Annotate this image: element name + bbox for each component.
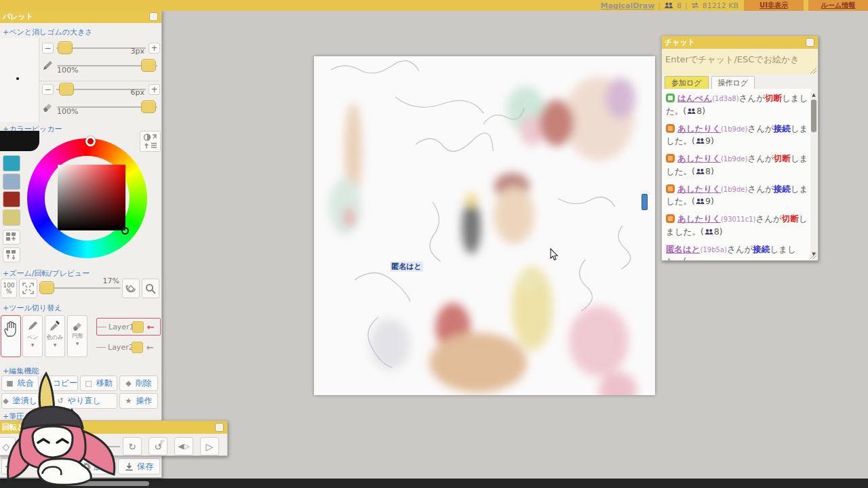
chat-username-link[interactable]: あしたりく (677, 214, 721, 224)
rotate-cw-button[interactable]: ↻ (123, 437, 142, 455)
chat-username-link[interactable]: 匿名はと (666, 244, 701, 254)
tab-operation-log[interactable]: 操作ログ (711, 76, 755, 89)
rotate-flip-collapse-checkbox[interactable] (215, 423, 224, 432)
top-bar-spacer (0, 0, 595, 11)
tab-join-log[interactable]: 参加ログ (665, 76, 709, 89)
palette-collapse-checkbox[interactable] (149, 12, 158, 21)
eraser-tool-button[interactable]: 円形 ▼ (67, 315, 87, 357)
chat-message: はんぺん(1d3a8)さんが切断しました。(8) (666, 92, 810, 119)
sv-selector[interactable] (121, 227, 129, 235)
app-name-link[interactable]: MagicalDraw (600, 1, 654, 10)
message-text: さんが (747, 184, 773, 194)
flip-triangle-icon: ▷ (206, 441, 214, 452)
pen-opacity-handle[interactable] (141, 59, 156, 72)
exit-room-button[interactable] (1, 458, 18, 474)
hide-ui-button[interactable]: UI非表示 (744, 0, 804, 11)
user-count: 8 (696, 106, 702, 116)
section-pen-eraser-size[interactable]: +ペンと消しゴムの大きさ (3, 27, 93, 37)
saturation-value-square[interactable] (58, 165, 125, 230)
pen-tool-button[interactable]: ペン ▼ (22, 315, 43, 357)
eraser-opacity-handle[interactable] (141, 100, 156, 113)
color-swatch-khaki[interactable] (3, 209, 20, 226)
rotation-reset-button[interactable] (122, 279, 140, 298)
layer1-opacity-chip[interactable] (132, 321, 144, 333)
message-text: さんが (755, 214, 781, 224)
rotate-diamond-button[interactable]: ◇ (0, 437, 16, 455)
section-zoom-rotate-preview[interactable]: +ズーム/回転/プレビュー (3, 268, 90, 279)
palette-title: パレット (3, 12, 33, 22)
section-edit-functions[interactable]: +編集機能 (3, 366, 39, 376)
operate-button[interactable]: ★操作 (119, 393, 158, 409)
rotate-flip-title-bar: 回転と反転 (0, 421, 227, 434)
magnifier-button[interactable] (142, 279, 159, 298)
eraser-tool-icon (71, 320, 83, 331)
chat-resize-handle[interactable] (810, 253, 816, 259)
users-icon (664, 2, 673, 9)
palette-swap-button[interactable] (3, 247, 20, 262)
eraser-opacity-value: 100% (57, 107, 78, 116)
section-tool-switch[interactable]: +ツール切り替え (3, 303, 62, 313)
layer-row-2[interactable]: Layer2 ← (96, 338, 161, 356)
hand-tool-button[interactable] (1, 315, 21, 357)
eraser-size-slider[interactable]: 6px (56, 83, 146, 96)
chat-username-link[interactable]: あしたりく (677, 123, 721, 134)
layer2-select-arrow[interactable]: ← (146, 342, 154, 352)
current-color-swatch[interactable] (0, 131, 39, 151)
fill-button[interactable]: ◆塗潰し (1, 393, 39, 409)
palette-add-button[interactable] (3, 230, 20, 245)
flip-horizontal-button[interactable]: ◀▷ (174, 437, 193, 455)
eraser-size-minus-button[interactable]: − (42, 84, 54, 95)
save-button[interactable]: 保存 (118, 458, 160, 474)
chat-scrollbar[interactable]: ▲ ▼ (810, 92, 817, 258)
copy-button[interactable]: ▣コピー (41, 375, 78, 391)
color-swatch-teal[interactable] (3, 155, 20, 171)
color-transfer-buttons[interactable] (140, 131, 161, 152)
flip-vertical-button[interactable]: ▷ (200, 437, 219, 455)
color-swatch-darkred[interactable] (3, 191, 20, 207)
input-resize-handle[interactable] (810, 68, 816, 74)
layer-row-1[interactable]: Layer1 ← (96, 318, 161, 336)
settings-button[interactable]: 設定 (76, 458, 117, 474)
drawing-canvas[interactable]: 匿名はと (314, 56, 655, 395)
color-swatch-bluegray[interactable] (3, 174, 20, 190)
room-info-button[interactable]: ルーム情報 (808, 0, 868, 11)
flip-horizontal-icon: ◀▷ (178, 442, 190, 451)
pen-size-minus-button[interactable]: − (42, 43, 54, 54)
move-icon: □ (85, 379, 92, 388)
scroll-up-icon[interactable]: ▲ (810, 92, 817, 98)
pen-size-plus-button[interactable]: + (149, 43, 160, 54)
delete-button[interactable]: ◆削除 (119, 375, 158, 391)
zoom-percent-button[interactable]: 100 % (1, 279, 17, 298)
move-button[interactable]: □移動 (80, 375, 117, 391)
hue-selector[interactable] (85, 136, 96, 146)
chat-input[interactable] (662, 49, 818, 75)
chat-collapse-checkbox[interactable] (806, 38, 814, 47)
eraser-size-handle[interactable] (59, 83, 74, 96)
color-picker-tool-label: 色のみ (47, 333, 63, 341)
pen-size-handle[interactable] (58, 41, 73, 54)
layer2-opacity-chip[interactable] (132, 342, 143, 353)
zoom-slider-handle[interactable] (39, 281, 54, 294)
pen-size-slider[interactable]: 3px (56, 41, 146, 55)
zoom-slider[interactable]: 17% (39, 281, 121, 295)
eraser-size-plus-button[interactable]: + (149, 84, 160, 95)
bottom-bar-handle[interactable] (64, 481, 149, 486)
layer2-name: Layer2 (108, 343, 134, 352)
fit-view-button[interactable] (19, 279, 37, 298)
chat-username-link[interactable]: はんぺん (677, 93, 712, 103)
color-picker-tool-button[interactable]: 色のみ ▼ (45, 315, 65, 357)
layer-line (96, 347, 106, 348)
pen-opacity-slider[interactable]: 100% (57, 59, 157, 73)
scroll-thumb[interactable] (811, 100, 816, 132)
palette-title-bar: パレット (0, 10, 161, 23)
rotate-reset-zero-button[interactable]: 0° ↺ (149, 437, 167, 455)
redo-button[interactable]: ↺やり直し (41, 393, 117, 409)
layer1-select-arrow[interactable]: ← (147, 322, 155, 332)
zero-degree-mark: 0° (160, 439, 165, 444)
eraser-opacity-slider[interactable]: 100% (57, 100, 157, 114)
chat-username-link[interactable]: あしたりく (677, 153, 721, 163)
merge-button[interactable]: ■統合 (1, 375, 39, 391)
chat-username-link[interactable]: あしたりく (677, 184, 721, 194)
rotation-slider[interactable] (39, 446, 120, 447)
zoom-value: 17% (103, 277, 119, 285)
